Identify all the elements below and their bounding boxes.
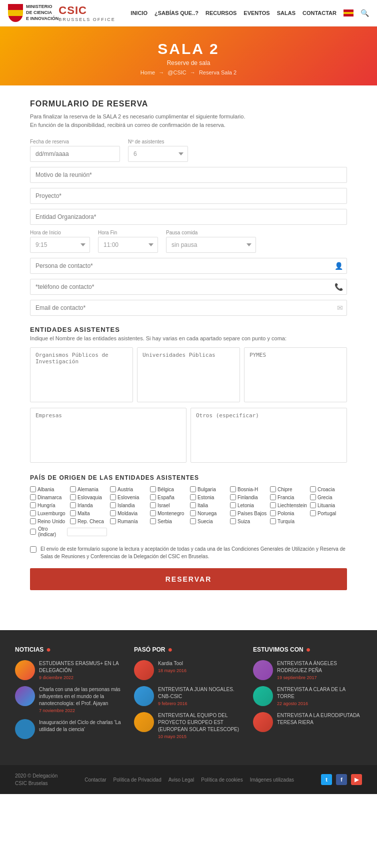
proyecto-input[interactable]	[30, 188, 347, 204]
news-title-1[interactable]: ESTUDIANTES ERASMUS+ EN LA DELEGACIÓN	[39, 660, 124, 674]
nav-recursos[interactable]: RECURSOS	[206, 10, 236, 16]
telefono-input[interactable]	[30, 279, 347, 295]
footer-link-cookies[interactable]: Política de cookies	[201, 777, 242, 783]
paso-title-2[interactable]: ENTREVISTA A JUAN NOGALES. CNB-CSIC	[158, 686, 243, 700]
country-checkbox-francia[interactable]	[270, 494, 276, 500]
country-checkbox-suiza[interactable]	[230, 518, 236, 524]
breadcrumb-home[interactable]: Home	[140, 69, 155, 75]
area3-textarea[interactable]	[244, 347, 347, 402]
country-label: Irlanda	[78, 503, 93, 508]
country-checkbox-islandia[interactable]	[110, 502, 116, 508]
country-checkbox-grecia[interactable]	[310, 494, 316, 500]
twitter-icon[interactable]: t	[321, 774, 332, 785]
country-checkbox-noruega[interactable]	[190, 510, 196, 516]
facebook-icon[interactable]: f	[336, 774, 347, 785]
country-checkbox-rep.-checa[interactable]	[70, 518, 76, 524]
country-label: Suiza	[238, 519, 250, 524]
country-checkbox-croacia[interactable]	[310, 486, 316, 492]
entidad-input[interactable]	[30, 209, 347, 225]
country-item: Bélgica	[150, 486, 187, 492]
country-checkbox-reino-unido[interactable]	[30, 518, 36, 524]
country-checkbox-lituania[interactable]	[310, 502, 316, 508]
country-checkbox-finlandia[interactable]	[230, 494, 236, 500]
country-checkbox-eslovaquia[interactable]	[70, 494, 76, 500]
estuvimos-date-2: 22 agosto 2016	[277, 701, 362, 706]
country-checkbox-bélgica[interactable]	[150, 486, 156, 492]
asistentes-select[interactable]: 6 12345 78910	[128, 146, 188, 162]
footer-link-privacidad[interactable]: Política de Privacidad	[114, 777, 162, 783]
nav-sabias[interactable]: ¿SABÍAS QUE..?	[154, 10, 198, 16]
estuvimos-date-1: 19 septiembre 2017	[277, 675, 362, 680]
country-checkbox-rumanía[interactable]	[110, 518, 116, 524]
terms-checkbox[interactable]	[30, 546, 36, 553]
estuvimos-title-3[interactable]: ENTREVISTA A LA EURODIPUTADA TERESA RIER…	[277, 712, 362, 726]
country-checkbox-portugal[interactable]	[310, 510, 316, 516]
nav-salas[interactable]: SALAS	[277, 10, 296, 16]
contacto-input[interactable]	[30, 258, 347, 274]
country-checkbox-hungría[interactable]	[30, 502, 36, 508]
country-checkbox-países-bajos[interactable]	[230, 510, 236, 516]
hora-fin-select[interactable]: 11:00 9:009:3010:0010:30 11:3012:00	[98, 237, 158, 253]
country-checkbox-italia[interactable]	[190, 502, 196, 508]
country-otro-checkbox[interactable]	[30, 529, 36, 535]
footer-link-contactar[interactable]: Contactar	[84, 777, 106, 783]
country-checkbox-moldavia[interactable]	[110, 510, 116, 516]
country-checkbox-bulgaria[interactable]	[190, 486, 196, 492]
country-checkbox-letonia[interactable]	[230, 502, 236, 508]
csic-logo: CSIC BRUSSELS OFFICE	[58, 4, 116, 22]
country-checkbox-dinamarca[interactable]	[30, 494, 36, 500]
breadcrumb-current[interactable]: Reserva Sala 2	[199, 69, 236, 75]
country-checkbox-liechtenstein[interactable]	[270, 502, 276, 508]
reserve-button[interactable]: RESERVAR	[30, 568, 347, 590]
country-checkbox-españa[interactable]	[150, 494, 156, 500]
country-checkbox-alemania[interactable]	[70, 486, 76, 492]
search-icon[interactable]: 🔍	[360, 9, 369, 17]
country-checkbox-bosnia-h[interactable]	[230, 486, 236, 492]
pausa-select[interactable]: sin pausa 30 min45 min60 min	[166, 237, 256, 253]
country-checkbox-eslovenia[interactable]	[110, 494, 116, 500]
country-checkbox-turquía[interactable]	[270, 518, 276, 524]
area1-textarea[interactable]	[30, 347, 133, 402]
fecha-input[interactable]	[30, 146, 120, 162]
country-checkbox-israel[interactable]	[150, 502, 156, 508]
country-item: Rep. Checa	[70, 518, 107, 524]
motivo-input[interactable]	[30, 167, 347, 183]
youtube-icon[interactable]: ▶	[351, 774, 362, 785]
estuvimos-title-2[interactable]: ENTREVISTA A CLARA DE LA TORRE	[277, 686, 362, 700]
area2-textarea[interactable]	[137, 347, 240, 402]
news-content-3: Inauguración del Ciclo de charlas 'La ut…	[39, 719, 124, 734]
country-checkbox-suecia[interactable]	[190, 518, 196, 524]
news-title-3[interactable]: Inauguración del Ciclo de charlas 'La ut…	[39, 719, 124, 733]
nav-contactar[interactable]: CONTACTAR	[302, 10, 336, 16]
nav-inicio[interactable]: INICIO	[130, 10, 148, 16]
terms-row: El envío de este formulario supone la le…	[30, 545, 347, 560]
area2-col	[137, 347, 240, 404]
country-checkbox-estonia[interactable]	[190, 494, 196, 500]
paso-title-3[interactable]: ENTREVISTA AL EQUIPO DEL PROYECTO EUROPE…	[158, 712, 243, 733]
breadcrumb-csic[interactable]: @CSIC	[168, 69, 186, 75]
footer-link-imagenes[interactable]: Imágenes utilizadas	[250, 777, 294, 783]
hora-inicio-select[interactable]: 9:15 8:008:309:009:30 10:0010:3011:00	[30, 237, 90, 253]
area4-textarea[interactable]	[30, 408, 186, 463]
country-checkbox-montenegro[interactable]	[150, 510, 156, 516]
person-icon: 👤	[334, 262, 343, 270]
country-checkbox-albania[interactable]	[30, 486, 36, 492]
area5-textarea[interactable]	[190, 408, 347, 463]
country-checkbox-irlanda[interactable]	[70, 502, 76, 508]
paso-title-1[interactable]: Kardia Tool	[158, 660, 186, 667]
country-checkbox-malta[interactable]	[70, 510, 76, 516]
nav-eventos[interactable]: EVENTOS	[244, 10, 270, 16]
country-checkbox-chipre[interactable]	[270, 486, 276, 492]
country-checkbox-polonia[interactable]	[270, 510, 276, 516]
country-checkbox-austria[interactable]	[110, 486, 116, 492]
country-label: Dinamarca	[38, 495, 62, 500]
country-checkbox-luxemburgo[interactable]	[30, 510, 36, 516]
country-item: Alemania	[70, 486, 107, 492]
email-input[interactable]	[30, 300, 347, 316]
language-flag[interactable]	[344, 9, 354, 16]
footer-link-aviso[interactable]: Aviso Legal	[168, 777, 194, 783]
country-checkbox-serbia[interactable]	[150, 518, 156, 524]
country-otro-input[interactable]	[67, 528, 107, 536]
estuvimos-title-1[interactable]: ENTREVISTA A ÁNGELES RODRÍGUEZ PEÑA	[277, 660, 362, 674]
news-title-2[interactable]: Charla con una de las personas más influ…	[39, 686, 124, 707]
